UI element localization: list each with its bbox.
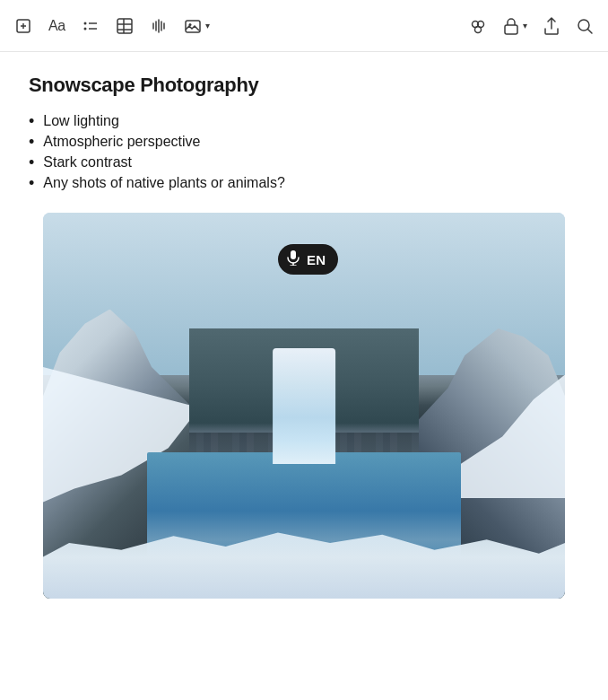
list-item: Stark contrast	[29, 154, 579, 171]
lock-dropdown-chevron: ▾	[523, 21, 527, 31]
list-item: Any shots of native plants or animals?	[29, 175, 579, 191]
collab-icon[interactable]	[467, 16, 487, 36]
toolbar: Aa ▾	[0, 0, 608, 52]
svg-rect-24	[291, 250, 296, 259]
image-dropdown-chevron: ▾	[205, 21, 210, 31]
font-icon[interactable]: Aa	[48, 18, 65, 34]
search-icon[interactable]	[576, 17, 594, 35]
svg-rect-16	[186, 21, 200, 32]
image-dropdown[interactable]: ▾	[184, 17, 210, 35]
svg-point-20	[475, 26, 482, 32]
svg-line-23	[588, 29, 593, 33]
list-item-text: Stark contrast	[43, 154, 132, 171]
list-item-text: Any shots of native plants or animals?	[43, 175, 284, 191]
list-item: Atmospheric perspective	[29, 134, 579, 150]
document-content: Snowscape Photography Low lighting Atmos…	[0, 52, 608, 599]
document-title: Snowscape Photography	[29, 74, 579, 97]
svg-rect-21	[505, 25, 517, 34]
bullet-list: Low lighting Atmospheric perspective Sta…	[29, 113, 579, 191]
svg-point-5	[83, 27, 86, 30]
list-item: Low lighting	[29, 113, 579, 129]
audio-icon[interactable]	[150, 17, 168, 35]
edit-icon[interactable]	[14, 17, 32, 35]
microphone-icon	[287, 249, 300, 269]
lock-dropdown[interactable]: ▾	[503, 17, 527, 35]
table-icon[interactable]	[116, 17, 134, 35]
svg-point-3	[83, 22, 86, 24]
toolbar-right: ▾	[467, 16, 594, 36]
voice-language: EN	[307, 252, 326, 267]
list-item-text: Atmospheric perspective	[43, 134, 200, 150]
share-icon[interactable]	[543, 16, 560, 36]
waterfall	[273, 348, 335, 464]
voice-input-pill[interactable]: EN	[278, 244, 338, 275]
svg-rect-7	[117, 19, 132, 33]
list-item-text: Low lighting	[43, 113, 119, 129]
list-icon[interactable]	[82, 17, 100, 35]
